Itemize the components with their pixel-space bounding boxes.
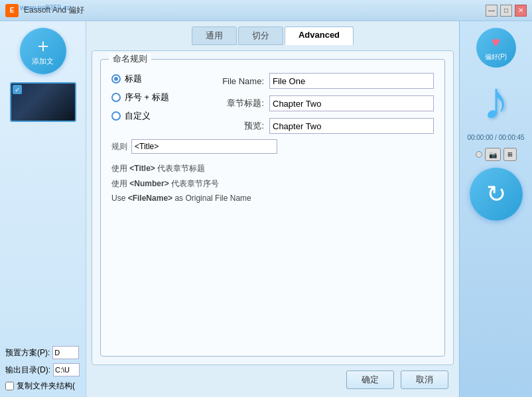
output-input[interactable] [53,363,80,376]
tab-general[interactable]: 通用 [192,27,237,45]
radio-title-label: 标题 [125,73,142,85]
radio-title[interactable]: 标题 [111,73,204,85]
preview-row: 预览: [218,118,434,134]
file-name-row: File Name: [218,73,434,89]
cancel-button[interactable]: 取消 [401,370,448,389]
preview-input[interactable] [269,118,434,134]
radio-custom[interactable]: 自定义 [111,110,204,122]
title-bar: E Eassoft And 偏好 www.pc0359.cn — □ ✕ [0,0,532,21]
chapter-title-input[interactable] [269,95,434,111]
app-logo: E [5,4,19,17]
refresh-button[interactable]: ↻ [470,168,523,221]
copy-label: 复制文件夹结构( [17,380,75,392]
hint-3-bold: <FileName> [128,194,172,203]
hint-2: 使用 <Number> 代表章节序号 [111,178,434,190]
center-panel: 通用 切分 Advanced 命名规则 标题 序号 + [86,21,459,397]
radio-num-title-label: 序号 + 标题 [125,91,169,103]
naming-rules-group: 命名规则 标题 序号 + 标题 [100,59,445,357]
fav-button[interactable]: ♥ 偏好(P) [476,28,516,68]
camera-button[interactable]: 📷 [485,148,501,161]
close-button[interactable]: ✕ [515,5,527,17]
rule-input-row: 规则 [111,139,434,154]
copy-row: 复制文件夹结构( [5,380,80,392]
thumb-check: ✓ [13,85,22,94]
tab-advanced[interactable]: Advanced [285,27,354,45]
chapter-title-row: 章节标题: [218,95,434,111]
right-panel: ♥ 偏好(P) ♪ 00:00:00 / 00:00:45 📷 ⊞ ↻ [459,21,532,397]
left-panel: ＋ 添加文 ✓ 预置方案(P): 输出目录(D): 复制文件夹结构( [0,21,86,397]
fav-label: 偏好(P) [485,52,507,62]
hint-section: 使用 <Title> 代表章节标题 使用 <Number> 代表章节序号 Use… [111,163,434,203]
add-file-button[interactable]: ＋ 添加文 [20,28,66,74]
main-layout: ＋ 添加文 ✓ 预置方案(P): 输出目录(D): 复制文件夹结构( 通 [0,21,532,397]
radio-num-title[interactable]: 序号 + 标题 [111,91,204,103]
radio-title-circle [111,74,121,84]
form-section: 标题 序号 + 标题 自定义 F [111,73,434,134]
rule-input[interactable] [131,139,277,154]
ok-button[interactable]: 确定 [346,370,394,389]
plus-icon: ＋ [34,36,52,55]
radio-group: 标题 序号 + 标题 自定义 [111,73,204,134]
group-box-title: 命名规则 [109,53,151,65]
hint-1-bold: <Title> [129,164,155,173]
radio-num-title-circle [111,93,121,102]
chapter-title-label: 章节标题: [218,97,264,109]
file-name-label: File Name: [218,76,264,86]
radio-custom-circle [111,111,121,121]
heart-icon: ♥ [492,34,500,51]
minimize-button[interactable]: — [486,5,498,17]
preview-label: 预览: [218,120,264,132]
preset-label: 预置方案(P): [5,347,50,359]
bottom-left-options: 预置方案(P): 输出目录(D): 复制文件夹结构( [0,341,86,397]
rule-label: 规则 [111,141,127,152]
preset-row: 预置方案(P): [5,346,80,359]
watermark: www.pc0359.cn [20,3,71,11]
tab-split[interactable]: 切分 [238,27,283,45]
copy-checkbox[interactable] [5,382,14,390]
fields-section: File Name: 章节标题: 预览: [218,73,434,134]
title-controls: — □ ✕ [486,5,527,17]
hint-3: Use <FileName> as Original File Name [111,194,434,203]
player-controls: 📷 ⊞ [476,148,517,161]
hint-2-bold: <Number> [129,179,168,188]
time-display: 00:00:00 / 00:00:45 [464,134,528,141]
radio-custom-label: 自定义 [125,110,151,122]
tab-bar: 通用 切分 Advanced [92,27,454,45]
add-btn-label: 添加文 [32,56,54,66]
preset-input[interactable] [52,346,79,359]
expand-button[interactable]: ⊞ [503,148,517,161]
output-label: 输出目录(D): [5,365,50,376]
radio-control [476,151,482,158]
file-name-input[interactable] [269,73,434,89]
music-note-icon: ♪ [483,74,509,127]
content-area: 命名规则 标题 序号 + 标题 [92,50,454,365]
hint-1: 使用 <Title> 代表章节标题 [111,163,434,174]
restore-button[interactable]: □ [500,5,512,17]
output-row: 输出目录(D): [5,363,80,376]
footer: 确定 取消 [92,365,454,392]
file-thumbnail[interactable]: ✓ [10,82,76,122]
